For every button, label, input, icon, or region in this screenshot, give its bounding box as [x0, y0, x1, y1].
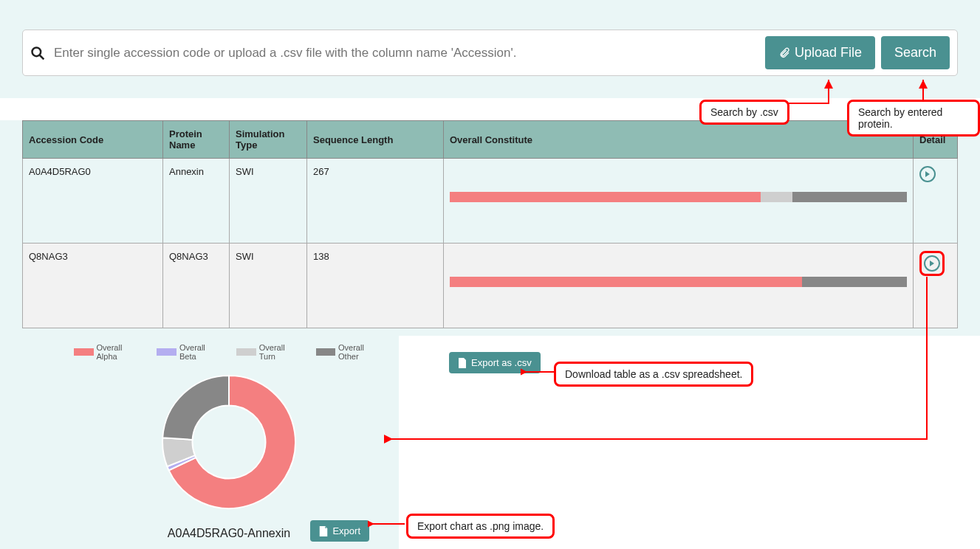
cell-protein: Annexin: [163, 159, 230, 244]
constitute-bar: [450, 277, 907, 287]
search-button-label: Search: [894, 45, 936, 61]
donut-chart: [74, 368, 384, 516]
legend-turn: Overall Turn: [236, 343, 301, 361]
legend-swatch-other: [316, 348, 336, 356]
col-protein: Protein Name: [163, 121, 230, 159]
callout-search-csv: Search by .csv: [699, 100, 789, 125]
cell-constitute: [444, 159, 914, 244]
col-seqlen: Sequence Length: [307, 121, 444, 159]
cell-detail: [914, 159, 958, 244]
search-icon: [30, 46, 45, 61]
upload-file-label: Upload File: [795, 45, 862, 61]
file-icon: [319, 526, 328, 536]
cell-seqlen: 267: [307, 159, 444, 244]
legend-beta: Overall Beta: [157, 343, 222, 361]
export-csv-button[interactable]: Export as .csv: [449, 352, 541, 373]
constitute-bar: [450, 192, 907, 202]
search-bar: Upload File Search: [22, 30, 958, 76]
export-chart-label: Export: [332, 525, 360, 536]
file-icon: [458, 358, 467, 368]
accession-search-input[interactable]: [51, 40, 759, 66]
detail-arrow-icon[interactable]: [919, 166, 936, 182]
results-table: Accession Code Protein Name Simulation T…: [22, 120, 958, 328]
chart-legend: Overall Alpha Overall Beta Overall Turn …: [74, 343, 384, 361]
paperclip-icon: [778, 47, 790, 59]
export-chart-button[interactable]: Export: [310, 520, 369, 542]
cell-seqlen: 138: [307, 244, 444, 328]
upload-file-button[interactable]: Upload File: [765, 36, 875, 69]
cell-detail: [914, 244, 958, 328]
bar-other: [802, 277, 907, 287]
cell-constitute: [444, 244, 914, 328]
detail-highlight: [919, 251, 945, 276]
legend-swatch-beta: [157, 348, 177, 356]
table-row: A0A4D5RAG0 Annexin SWI 267: [23, 159, 958, 244]
bar-other: [792, 192, 907, 202]
detail-arrow-icon[interactable]: [924, 255, 940, 272]
callout-export-chart: Export chart as .png image.: [406, 514, 555, 539]
col-constitute: Overall Constitute: [444, 121, 914, 159]
cell-protein: Q8NAG3: [163, 244, 230, 328]
chart-panel: Overall Alpha Overall Beta Overall Turn …: [0, 336, 399, 549]
bar-alpha: [450, 192, 761, 202]
callout-search-protein: Search by entered protein.: [847, 100, 980, 137]
svg-point-0: [32, 47, 41, 56]
table-header-row: Accession Code Protein Name Simulation T…: [23, 121, 958, 159]
search-button[interactable]: Search: [881, 36, 950, 69]
callout-download-table: Download table as a .csv spreadsheet.: [554, 362, 753, 387]
cell-simulation: SWI: [230, 244, 307, 328]
search-section: Upload File Search: [0, 0, 980, 98]
results-table-section: Accession Code Protein Name Simulation T…: [0, 120, 980, 336]
cell-simulation: SWI: [230, 159, 307, 244]
legend-alpha: Overall Alpha: [74, 343, 142, 361]
col-simulation: Simulation Type: [230, 121, 307, 159]
bar-turn: [761, 192, 792, 202]
export-csv-label: Export as .csv: [471, 357, 532, 368]
svg-line-1: [40, 55, 44, 59]
table-row: Q8NAG3 Q8NAG3 SWI 138: [23, 244, 958, 328]
legend-swatch-turn: [236, 348, 256, 356]
legend-other: Overall Other: [316, 343, 384, 361]
bar-alpha: [450, 277, 802, 287]
col-accession: Accession Code: [23, 121, 163, 159]
legend-swatch-alpha: [74, 348, 94, 356]
cell-accession: Q8NAG3: [23, 244, 163, 328]
cell-accession: A0A4D5RAG0: [23, 159, 163, 244]
